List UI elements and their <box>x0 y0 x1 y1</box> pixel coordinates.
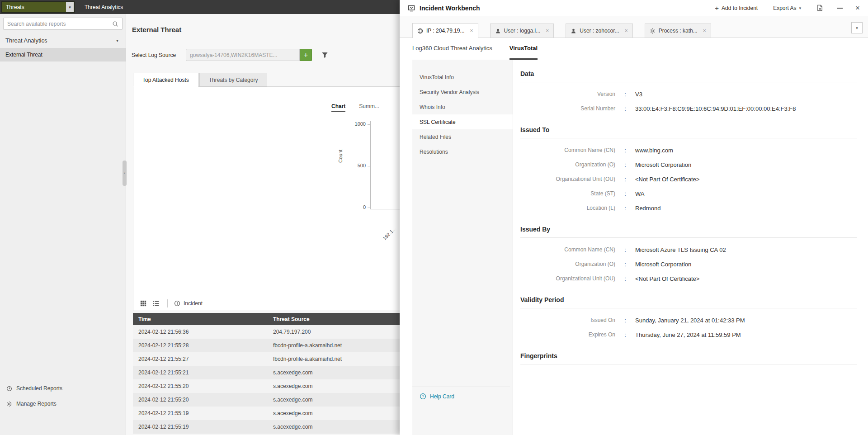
detail-value: www.bing.com <box>635 147 673 154</box>
report-tabs: Top Attacked Hosts Threats by Category <box>133 73 268 87</box>
sidebar-collapse-handle[interactable]: ‹ <box>123 161 127 186</box>
nav-item-virustotal-info[interactable]: VirusTotal Info <box>412 70 513 85</box>
nav-item-security-vendor-analysis[interactable]: Security Vendor Analysis <box>412 85 513 99</box>
list-view-icon[interactable] <box>153 300 159 307</box>
detail-colon: : <box>615 205 635 212</box>
help-card-link[interactable]: ? Help Card <box>412 387 510 400</box>
y-tick-0: 0 <box>363 204 366 210</box>
plus-icon: + <box>715 4 719 12</box>
tab-log360-cloud-threat-analytics[interactable]: Log360 Cloud Threat Analytics <box>412 38 492 60</box>
close-tab-icon[interactable]: × <box>470 28 473 33</box>
module-select-value: Threats <box>6 4 24 10</box>
sidebar-section-threat-analytics[interactable]: Threat Analytics ▾ <box>0 33 126 48</box>
entity-tab-label: IP : 204.79.19... <box>426 28 465 34</box>
page-title: External Threat <box>132 26 181 33</box>
section-fingerprints: Fingerprints <box>520 352 857 364</box>
entity-tab[interactable]: User : logga.l...× <box>490 24 554 38</box>
log-source-input[interactable] <box>186 49 300 61</box>
entity-tab-bar: IP : 204.79.19...×User : logga.l...×User… <box>400 16 868 38</box>
nav-item-resolutions[interactable]: Resolutions <box>412 144 513 159</box>
cell-time: 2024-02-12 21:55:19 <box>133 410 273 416</box>
grid-view-icon[interactable] <box>140 300 146 307</box>
detail-colon: : <box>615 331 635 338</box>
detail-label: Common Name (CN) <box>520 246 615 253</box>
detail-value: 33:00:E4:F3:F8:C9:9E:10:6C:94:9D:01:EF:0… <box>635 105 796 112</box>
section-divider <box>520 308 857 308</box>
tab-virustotal[interactable]: VirusTotal <box>509 38 538 60</box>
column-header-time[interactable]: Time <box>133 316 273 322</box>
chart-view-tab-summary[interactable]: Summ... <box>359 103 379 112</box>
cell-time: 2024-02-12 21:56:36 <box>133 329 273 335</box>
nav-item-related-files[interactable]: Related Files <box>412 129 513 144</box>
section-divider <box>520 237 857 238</box>
virustotal-nav: VirusTotal InfoSecurity Vendor AnalysisW… <box>412 60 513 435</box>
user-icon <box>571 28 576 34</box>
add-to-incident-button[interactable]: + Add to Incident <box>715 4 758 12</box>
search-input[interactable] <box>7 21 112 27</box>
entity-tab[interactable]: IP : 204.79.19...× <box>412 23 478 38</box>
minimize-icon[interactable] <box>837 8 843 9</box>
close-tab-icon[interactable]: × <box>703 28 706 33</box>
nav-item-whois-info[interactable]: Whois Info <box>412 99 513 114</box>
help-card-label: Help Card <box>430 393 454 400</box>
detail-row: Organization (O):Microsoft Corporation <box>520 157 857 172</box>
sidebar-footer-item[interactable]: Manage Reports <box>0 396 126 411</box>
detail-row: Organizational Unit (OU):<Not Part Of Ce… <box>520 172 857 186</box>
y-tick-500: 500 <box>358 163 366 168</box>
detail-label: Organizational Unit (OU) <box>520 275 615 282</box>
section-heading: Fingerprints <box>520 352 857 360</box>
tab-top-attacked-hosts[interactable]: Top Attacked Hosts <box>133 73 198 87</box>
detail-row: Serial Number:33:00:E4:F3:F8:C9:9E:10:6C… <box>520 101 857 116</box>
sidebar-footer-item[interactable]: Scheduled Reports <box>0 381 126 396</box>
export-as-dropdown[interactable]: Export As ▾ <box>773 5 801 11</box>
detail-row: Common Name (CN):Microsoft Azure TLS Iss… <box>520 242 857 257</box>
section-rows: Common Name (CN):www.bing.comOrganizatio… <box>520 143 857 215</box>
cell-time: 2024-02-12 21:55:20 <box>133 383 273 389</box>
entity-tab[interactable]: Process : kath...× <box>645 24 711 38</box>
incident-icon <box>174 300 180 307</box>
detail-value: Thursday, June 27, 2024 at 11:59:59 PM <box>635 331 741 338</box>
detail-colon: : <box>615 246 635 253</box>
toolbar-divider <box>167 299 168 307</box>
detail-colon: : <box>615 176 635 183</box>
globe-icon <box>417 28 423 34</box>
workbench-header: Incident Workbench + Add to Incident Exp… <box>400 0 868 16</box>
close-tab-icon[interactable]: × <box>625 28 628 33</box>
tab-threat-analytics[interactable]: Threat Analytics <box>85 4 123 10</box>
close-tab-icon[interactable]: × <box>546 28 549 33</box>
sidebar-footer-label: Scheduled Reports <box>16 385 62 392</box>
detail-value: <Not Part Of Certificate> <box>635 275 699 282</box>
tab-overflow-dropdown[interactable]: ▾ <box>851 22 863 33</box>
chart-view-tabs: Chart Summ... <box>331 103 379 112</box>
module-select[interactable]: Threats ▾ <box>1 1 75 13</box>
detail-value: Microsoft Corporation <box>635 261 691 268</box>
cell-time: 2024-02-12 21:55:28 <box>133 342 273 349</box>
incident-button-label: Incident <box>184 300 203 307</box>
gear-icon <box>6 401 12 407</box>
search-icon[interactable] <box>112 21 118 27</box>
detail-value: Microsoft Azure TLS Issuing CA 02 <box>635 246 726 253</box>
detail-colon: : <box>615 147 635 154</box>
detail-colon: : <box>615 105 635 112</box>
filter-icon[interactable] <box>321 52 328 58</box>
sidebar-item-external-threat[interactable]: External Threat <box>0 48 126 61</box>
detail-row: Expires On:Thursday, June 27, 2024 at 11… <box>520 327 857 342</box>
chart-y-axis <box>370 121 371 209</box>
tab-threats-by-category[interactable]: Threats by Category <box>199 73 268 87</box>
add-incident-button[interactable]: Incident <box>174 300 203 307</box>
detail-label: Common Name (CN) <box>520 147 615 153</box>
export-report-icon[interactable] <box>816 5 823 11</box>
close-icon[interactable]: × <box>855 4 860 12</box>
sidebar-section-label: Threat Analytics <box>5 37 47 44</box>
detail-colon: : <box>615 91 635 98</box>
nav-item-ssl-certificate[interactable]: SSL Certificate <box>412 114 513 129</box>
detail-colon: : <box>615 161 635 168</box>
chart-view-tab-chart[interactable]: Chart <box>331 103 345 112</box>
detail-label: Issued On <box>520 317 615 323</box>
section-heading: Data <box>520 70 857 78</box>
entity-tab-label: User : zohocor... <box>580 28 619 34</box>
entity-tab[interactable]: User : zohocor...× <box>566 24 632 38</box>
cell-time: 2024-02-12 21:55:19 <box>133 424 273 430</box>
add-log-source-button[interactable]: + <box>300 49 312 61</box>
report-search-box[interactable] <box>3 18 123 30</box>
